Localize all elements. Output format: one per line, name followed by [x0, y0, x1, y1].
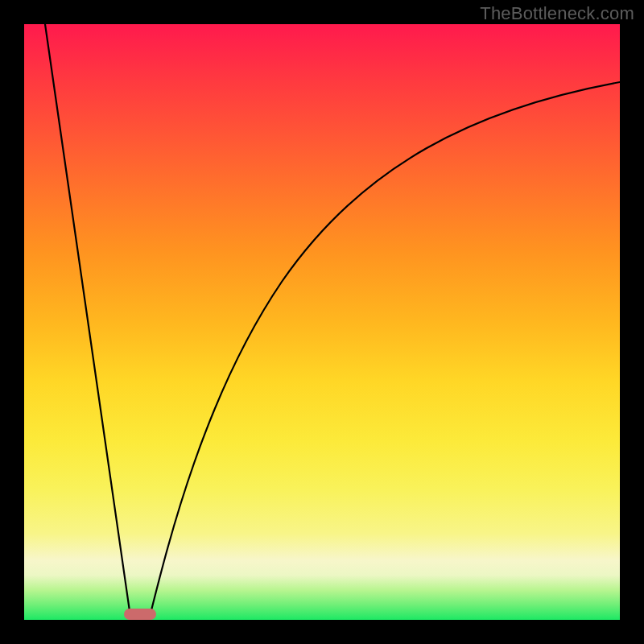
left-slope-line [45, 24, 130, 617]
right-curve-line [150, 82, 620, 617]
watermark-text: TheBottleneck.com [480, 3, 634, 24]
optimal-marker [124, 609, 156, 620]
plot-area [24, 24, 620, 620]
chart-frame: TheBottleneck.com [0, 0, 644, 644]
curve-layer [24, 24, 620, 620]
